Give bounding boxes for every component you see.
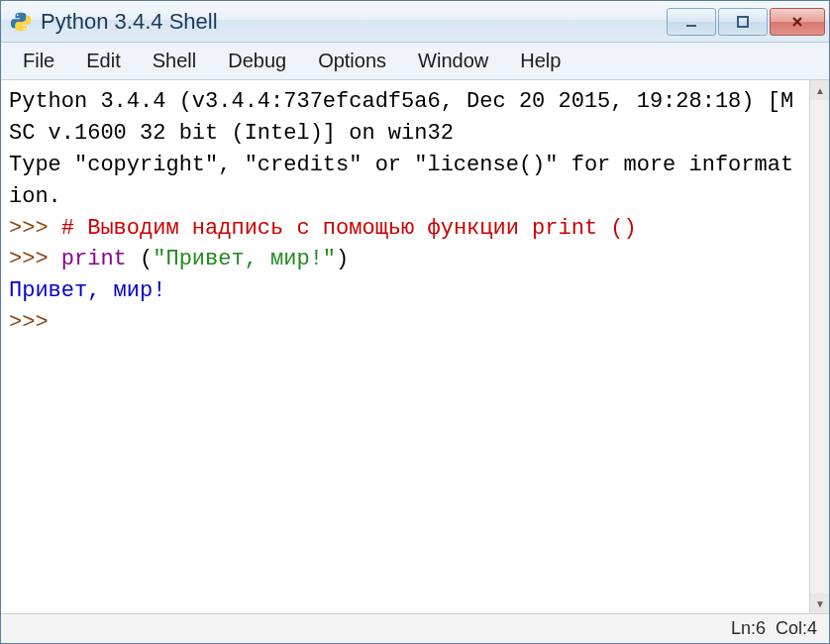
ln-value: 6 [756,618,766,639]
col-label: Col: [776,618,807,639]
minimize-button[interactable] [667,8,716,36]
prompt: >>> [9,247,61,271]
comment-text: # Выводим надпись с помощью функции prin… [61,216,637,241]
menu-options[interactable]: Options [302,44,402,78]
menu-help[interactable]: Help [504,44,576,78]
svg-point-0 [17,14,19,16]
banner-line-2: Type "copyright", "credits" or "license(… [9,153,793,209]
maximize-button[interactable] [718,8,768,36]
string-literal: "Привет, мир!" [153,247,336,271]
prompt: >>> [9,216,61,241]
menu-window[interactable]: Window [402,44,504,78]
window-controls [667,8,825,36]
window-title: Python 3.4.4 Shell [41,9,667,35]
menu-edit[interactable]: Edit [70,44,136,78]
vertical-scrollbar[interactable]: ▲ ▼ [809,80,829,613]
paren-open: ( [127,247,153,271]
menu-file[interactable]: File [7,44,70,78]
print-keyword: print [61,247,127,271]
prompt: >>> [9,310,61,335]
col-value: 4 [807,618,817,639]
close-button[interactable] [770,8,825,36]
banner-line-1: Python 3.4.4 (v3.4.4:737efcadf5a6, Dec 2… [9,89,793,146]
scroll-up-button[interactable]: ▲ [810,80,829,100]
app-window: Python 3.4.4 Shell File Edit Shell Debug… [0,0,830,644]
svg-point-1 [23,28,25,30]
menu-debug[interactable]: Debug [212,44,302,78]
titlebar: Python 3.4.4 Shell [1,1,829,43]
svg-rect-2 [686,25,696,27]
ln-label: Ln: [731,618,756,639]
scroll-down-button[interactable]: ▼ [810,593,829,613]
svg-rect-3 [738,17,748,27]
output-line: Привет, мир! [9,278,165,303]
content-wrapper: Python 3.4.4 (v3.4.4:737efcadf5a6, Dec 2… [1,80,829,613]
shell-text-area[interactable]: Python 3.4.4 (v3.4.4:737efcadf5a6, Dec 2… [1,80,809,613]
statusbar: Ln: 6 Col: 4 [1,613,829,643]
menu-shell[interactable]: Shell [137,44,212,78]
python-icon [9,10,33,34]
menubar: File Edit Shell Debug Options Window Hel… [1,43,829,80]
paren-close: ) [336,247,349,271]
